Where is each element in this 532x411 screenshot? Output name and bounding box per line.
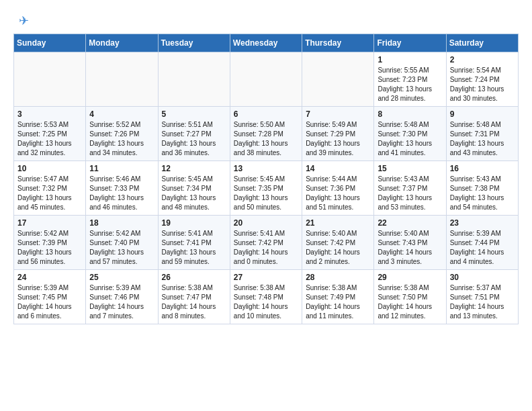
calendar-cell: 7Sunrise: 5:49 AM Sunset: 7:29 PM Daylig… bbox=[302, 107, 374, 161]
calendar-cell: 19Sunrise: 5:41 AM Sunset: 7:41 PM Dayli… bbox=[158, 216, 230, 270]
day-info: Sunrise: 5:45 AM Sunset: 7:35 PM Dayligh… bbox=[234, 175, 298, 212]
calendar-week-row: 1Sunrise: 5:55 AM Sunset: 7:23 PM Daylig… bbox=[14, 52, 519, 107]
calendar-week-row: 10Sunrise: 5:47 AM Sunset: 7:32 PM Dayli… bbox=[14, 161, 519, 216]
day-number: 22 bbox=[378, 218, 442, 228]
day-number: 7 bbox=[306, 109, 370, 119]
calendar-header-wednesday: Wednesday bbox=[230, 34, 302, 52]
calendar-cell bbox=[302, 52, 374, 107]
calendar-cell: 30Sunrise: 5:37 AM Sunset: 7:51 PM Dayli… bbox=[446, 270, 518, 324]
calendar-week-row: 24Sunrise: 5:39 AM Sunset: 7:45 PM Dayli… bbox=[14, 270, 519, 324]
day-number: 19 bbox=[162, 218, 226, 228]
day-info: Sunrise: 5:46 AM Sunset: 7:33 PM Dayligh… bbox=[89, 175, 154, 212]
calendar-cell: 1Sunrise: 5:55 AM Sunset: 7:23 PM Daylig… bbox=[374, 52, 446, 107]
calendar-cell: 27Sunrise: 5:38 AM Sunset: 7:48 PM Dayli… bbox=[230, 270, 302, 324]
calendar-header-sunday: Sunday bbox=[14, 34, 86, 52]
day-number: 16 bbox=[450, 164, 515, 173]
calendar-cell: 25Sunrise: 5:39 AM Sunset: 7:46 PM Dayli… bbox=[86, 270, 158, 324]
day-number: 25 bbox=[89, 273, 154, 282]
calendar-cell bbox=[14, 52, 86, 107]
day-number: 3 bbox=[17, 109, 82, 119]
calendar-cell: 18Sunrise: 5:42 AM Sunset: 7:40 PM Dayli… bbox=[86, 216, 158, 270]
day-info: Sunrise: 5:38 AM Sunset: 7:48 PM Dayligh… bbox=[234, 283, 298, 321]
day-info: Sunrise: 5:39 AM Sunset: 7:46 PM Dayligh… bbox=[89, 283, 154, 321]
day-info: Sunrise: 5:47 AM Sunset: 7:32 PM Dayligh… bbox=[17, 175, 82, 212]
calendar-header-thursday: Thursday bbox=[302, 34, 374, 52]
day-number: 29 bbox=[378, 273, 442, 282]
calendar-cell: 14Sunrise: 5:44 AM Sunset: 7:36 PM Dayli… bbox=[302, 161, 374, 216]
day-info: Sunrise: 5:44 AM Sunset: 7:36 PM Dayligh… bbox=[306, 175, 370, 212]
day-number: 6 bbox=[234, 109, 298, 119]
day-number: 8 bbox=[378, 109, 442, 119]
day-number: 11 bbox=[89, 164, 154, 173]
day-info: Sunrise: 5:55 AM Sunset: 7:23 PM Dayligh… bbox=[378, 66, 442, 103]
calendar-table: SundayMondayTuesdayWednesdayThursdayFrid… bbox=[13, 34, 519, 324]
day-number: 24 bbox=[17, 273, 82, 282]
page-header: ✈ bbox=[13, 11, 519, 28]
day-info: Sunrise: 5:49 AM Sunset: 7:29 PM Dayligh… bbox=[306, 120, 370, 158]
day-info: Sunrise: 5:43 AM Sunset: 7:38 PM Dayligh… bbox=[450, 175, 515, 212]
day-info: Sunrise: 5:40 AM Sunset: 7:42 PM Dayligh… bbox=[306, 229, 370, 267]
day-number: 26 bbox=[162, 273, 226, 282]
calendar-cell: 12Sunrise: 5:45 AM Sunset: 7:34 PM Dayli… bbox=[158, 161, 230, 216]
calendar-cell: 5Sunrise: 5:51 AM Sunset: 7:27 PM Daylig… bbox=[158, 107, 230, 161]
calendar-cell: 9Sunrise: 5:48 AM Sunset: 7:31 PM Daylig… bbox=[446, 107, 518, 161]
calendar-cell: 15Sunrise: 5:43 AM Sunset: 7:37 PM Dayli… bbox=[374, 161, 446, 216]
day-number: 20 bbox=[234, 218, 298, 228]
day-info: Sunrise: 5:53 AM Sunset: 7:25 PM Dayligh… bbox=[17, 120, 82, 158]
day-info: Sunrise: 5:54 AM Sunset: 7:24 PM Dayligh… bbox=[450, 66, 515, 103]
calendar-cell: 10Sunrise: 5:47 AM Sunset: 7:32 PM Dayli… bbox=[14, 161, 86, 216]
day-info: Sunrise: 5:39 AM Sunset: 7:44 PM Dayligh… bbox=[450, 229, 515, 267]
day-info: Sunrise: 5:42 AM Sunset: 7:40 PM Dayligh… bbox=[89, 229, 154, 267]
day-info: Sunrise: 5:43 AM Sunset: 7:37 PM Dayligh… bbox=[378, 175, 442, 212]
calendar-cell: 29Sunrise: 5:38 AM Sunset: 7:50 PM Dayli… bbox=[374, 270, 446, 324]
day-number: 14 bbox=[306, 164, 370, 173]
day-number: 4 bbox=[89, 109, 154, 119]
day-number: 21 bbox=[306, 218, 370, 228]
day-info: Sunrise: 5:39 AM Sunset: 7:45 PM Dayligh… bbox=[17, 283, 82, 321]
calendar-cell: 8Sunrise: 5:48 AM Sunset: 7:30 PM Daylig… bbox=[374, 107, 446, 161]
calendar-cell: 11Sunrise: 5:46 AM Sunset: 7:33 PM Dayli… bbox=[86, 161, 158, 216]
calendar-cell: 20Sunrise: 5:41 AM Sunset: 7:42 PM Dayli… bbox=[230, 216, 302, 270]
calendar-header-friday: Friday bbox=[374, 34, 446, 52]
day-number: 15 bbox=[378, 164, 442, 173]
logo: ✈ bbox=[13, 13, 29, 28]
calendar-cell: 6Sunrise: 5:50 AM Sunset: 7:28 PM Daylig… bbox=[230, 107, 302, 161]
day-info: Sunrise: 5:41 AM Sunset: 7:41 PM Dayligh… bbox=[162, 229, 226, 267]
day-info: Sunrise: 5:52 AM Sunset: 7:26 PM Dayligh… bbox=[89, 120, 154, 158]
calendar-week-row: 17Sunrise: 5:42 AM Sunset: 7:39 PM Dayli… bbox=[14, 216, 519, 270]
calendar-cell: 24Sunrise: 5:39 AM Sunset: 7:45 PM Dayli… bbox=[14, 270, 86, 324]
day-number: 18 bbox=[89, 218, 154, 228]
calendar-cell: 2Sunrise: 5:54 AM Sunset: 7:24 PM Daylig… bbox=[446, 52, 518, 107]
day-number: 27 bbox=[234, 273, 298, 282]
day-number: 2 bbox=[450, 55, 515, 64]
calendar-cell bbox=[86, 52, 158, 107]
day-number: 12 bbox=[162, 164, 226, 173]
calendar-cell bbox=[230, 52, 302, 107]
calendar-cell: 3Sunrise: 5:53 AM Sunset: 7:25 PM Daylig… bbox=[14, 107, 86, 161]
day-number: 9 bbox=[450, 109, 515, 119]
day-number: 28 bbox=[306, 273, 370, 282]
day-number: 23 bbox=[450, 218, 515, 228]
calendar-cell: 21Sunrise: 5:40 AM Sunset: 7:42 PM Dayli… bbox=[302, 216, 374, 270]
day-number: 10 bbox=[17, 164, 82, 173]
day-number: 1 bbox=[378, 55, 442, 64]
calendar-cell: 28Sunrise: 5:38 AM Sunset: 7:49 PM Dayli… bbox=[302, 270, 374, 324]
day-info: Sunrise: 5:51 AM Sunset: 7:27 PM Dayligh… bbox=[162, 120, 226, 158]
calendar-header-tuesday: Tuesday bbox=[158, 34, 230, 52]
calendar-header-row: SundayMondayTuesdayWednesdayThursdayFrid… bbox=[14, 34, 519, 52]
calendar-cell: 23Sunrise: 5:39 AM Sunset: 7:44 PM Dayli… bbox=[446, 216, 518, 270]
calendar-cell bbox=[158, 52, 230, 107]
day-info: Sunrise: 5:50 AM Sunset: 7:28 PM Dayligh… bbox=[234, 120, 298, 158]
calendar-cell: 4Sunrise: 5:52 AM Sunset: 7:26 PM Daylig… bbox=[86, 107, 158, 161]
day-number: 5 bbox=[162, 109, 226, 119]
day-info: Sunrise: 5:42 AM Sunset: 7:39 PM Dayligh… bbox=[17, 229, 82, 267]
calendar-header-monday: Monday bbox=[86, 34, 158, 52]
day-info: Sunrise: 5:37 AM Sunset: 7:51 PM Dayligh… bbox=[450, 283, 515, 321]
calendar-week-row: 3Sunrise: 5:53 AM Sunset: 7:25 PM Daylig… bbox=[14, 107, 519, 161]
day-number: 13 bbox=[234, 164, 298, 173]
day-info: Sunrise: 5:45 AM Sunset: 7:34 PM Dayligh… bbox=[162, 175, 226, 212]
calendar-cell: 13Sunrise: 5:45 AM Sunset: 7:35 PM Dayli… bbox=[230, 161, 302, 216]
calendar-header-saturday: Saturday bbox=[446, 34, 518, 52]
day-info: Sunrise: 5:38 AM Sunset: 7:50 PM Dayligh… bbox=[378, 283, 442, 321]
calendar-cell: 22Sunrise: 5:40 AM Sunset: 7:43 PM Dayli… bbox=[374, 216, 446, 270]
